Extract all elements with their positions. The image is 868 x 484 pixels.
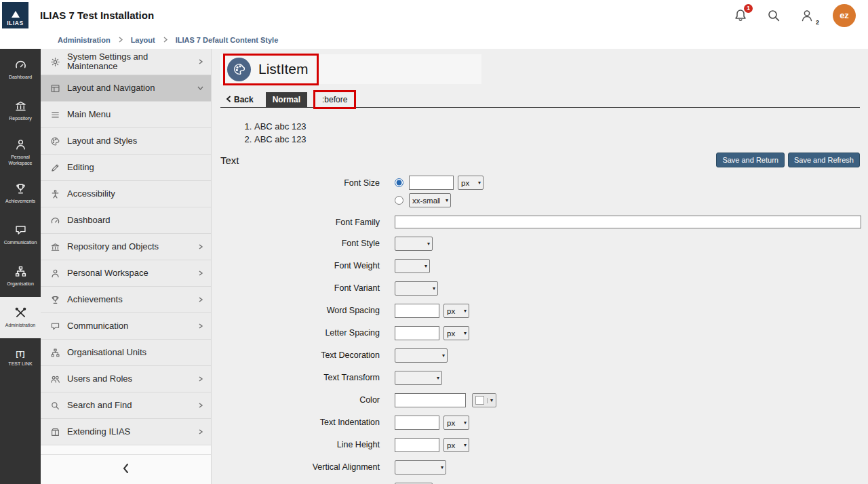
mainbar-item-test-link[interactable]: [T] TEST LINK bbox=[0, 338, 41, 380]
slate-label: Repository and Objects bbox=[67, 242, 191, 251]
font-size-preset-select[interactable]: xx-small bbox=[409, 193, 451, 207]
gauge-icon bbox=[50, 216, 60, 226]
collapse-slate-button[interactable] bbox=[41, 454, 211, 484]
slate-label: Editing bbox=[67, 163, 204, 172]
color-input[interactable] bbox=[395, 393, 466, 407]
font-weight-select[interactable] bbox=[395, 259, 430, 273]
color-picker-button[interactable]: ▾ bbox=[472, 393, 496, 407]
slate-item-users-roles[interactable]: Users and Roles bbox=[41, 366, 211, 392]
t-bracket-icon: [T] bbox=[16, 350, 25, 358]
mainbar-item-repository[interactable]: Repository bbox=[0, 90, 41, 132]
preview-item: ABC abc 123 bbox=[254, 121, 860, 132]
slate-item-achievements[interactable]: Achievements bbox=[41, 287, 211, 313]
back-link[interactable]: Back bbox=[226, 95, 254, 104]
slate-item-extending-ilias[interactable]: Extending ILIAS bbox=[41, 419, 211, 445]
save-and-return-button[interactable]: Save and Return bbox=[716, 153, 785, 167]
slate-item-search-find[interactable]: Search and Find bbox=[41, 392, 211, 419]
letter-spacing-input[interactable] bbox=[395, 326, 439, 340]
vertical-alignment-select[interactable] bbox=[395, 460, 446, 475]
tools-icon bbox=[14, 306, 27, 319]
font-size-input[interactable] bbox=[409, 176, 454, 190]
chevron-right-icon bbox=[197, 270, 204, 277]
person-icon bbox=[14, 138, 27, 151]
topbar-actions: 1 2 ez bbox=[733, 4, 868, 27]
slate-item-communication[interactable]: Communication bbox=[41, 313, 211, 340]
slate-item-dashboard[interactable]: Dashboard bbox=[41, 207, 211, 234]
font-size-custom-radio[interactable] bbox=[395, 178, 403, 187]
ilias-logo[interactable]: ILIAS bbox=[2, 2, 28, 28]
mainbar-item-personal-workspace[interactable]: Personal Workspace bbox=[0, 132, 41, 173]
online-users-button[interactable]: 2 bbox=[800, 8, 814, 23]
field-label: Word Spacing bbox=[220, 304, 380, 318]
field-label: Letter Spacing bbox=[220, 326, 380, 340]
pencil-icon bbox=[50, 163, 60, 173]
chevron-right-icon bbox=[197, 296, 204, 303]
text-transform-select[interactable] bbox=[395, 371, 442, 385]
letter-spacing-unit-select[interactable]: px bbox=[443, 326, 469, 340]
save-and-refresh-button[interactable]: Save and Refresh bbox=[788, 153, 860, 167]
slate-item-repository-objects[interactable]: Repository and Objects bbox=[41, 234, 211, 260]
palette-icon bbox=[50, 136, 60, 146]
slate-item-main-menu[interactable]: Main Menu bbox=[41, 102, 211, 128]
slate-label: Communication bbox=[67, 321, 191, 331]
line-height-input[interactable] bbox=[395, 438, 439, 452]
breadcrumb-link-administration[interactable]: Administration bbox=[58, 36, 111, 44]
tab-normal[interactable]: Normal bbox=[266, 92, 307, 107]
person-icon bbox=[50, 268, 60, 279]
slate-item-system-settings[interactable]: System Settings and Maintenance bbox=[41, 49, 211, 75]
content-header: ListItem bbox=[220, 54, 481, 84]
tab-before[interactable]: :before bbox=[315, 92, 354, 107]
mainbar-item-achievements[interactable]: Achievements bbox=[0, 173, 41, 214]
slate-item-layout-styles[interactable]: Layout and Styles bbox=[41, 128, 211, 155]
notifications-button[interactable]: 1 bbox=[733, 8, 748, 23]
breadcrumb-link-layout[interactable]: Layout bbox=[131, 36, 155, 44]
breadcrumb-link-content-style[interactable]: ILIAS 7 Default Content Style bbox=[176, 36, 279, 44]
installation-title: ILIAS 7 Test Installation bbox=[40, 9, 154, 21]
mainbar-item-communication[interactable]: Communication bbox=[0, 214, 41, 256]
text-transform-row: Text Transform bbox=[220, 371, 860, 385]
slate-label: Dashboard bbox=[67, 216, 204, 225]
mainbar-item-dashboard[interactable]: Dashboard bbox=[0, 49, 41, 90]
font-variant-select[interactable] bbox=[395, 281, 438, 296]
mainbar-label: Dashboard bbox=[7, 74, 33, 80]
slate-item-personal-workspace[interactable]: Personal Workspace bbox=[41, 260, 211, 287]
breadcrumb: Administration Layout ILIAS 7 Default Co… bbox=[0, 31, 868, 49]
section-title: Text bbox=[220, 155, 239, 166]
chevron-left-icon bbox=[121, 463, 130, 477]
user-avatar[interactable]: ez bbox=[833, 4, 856, 27]
font-style-select[interactable] bbox=[395, 237, 433, 251]
font-family-input[interactable] bbox=[395, 216, 861, 228]
mainbar-item-organisation[interactable]: Organisation bbox=[0, 256, 41, 297]
chevron-down-icon bbox=[197, 85, 204, 92]
speech-icon bbox=[50, 321, 60, 331]
slate-item-accessibility[interactable]: Accessibility bbox=[41, 181, 211, 207]
style-form: Font Size px xx-small bbox=[220, 176, 860, 484]
search-button[interactable] bbox=[766, 8, 781, 23]
mainbar: Dashboard Repository Personal Workspace … bbox=[0, 49, 41, 484]
slate-item-layout-navigation[interactable]: Layout and Navigation bbox=[41, 75, 211, 102]
text-indentation-input[interactable] bbox=[395, 416, 439, 430]
font-size-preset-radio[interactable] bbox=[395, 196, 403, 205]
word-spacing-input[interactable] bbox=[395, 304, 439, 318]
font-size-row: Font Size px xx-small bbox=[220, 176, 860, 207]
accessibility-icon bbox=[50, 189, 60, 199]
line-height-unit-select[interactable]: px bbox=[443, 438, 469, 452]
speech-icon bbox=[14, 224, 27, 237]
user-icon bbox=[800, 8, 814, 23]
form-actions: Save and Return Save and Refresh bbox=[716, 153, 860, 167]
chevron-right-icon bbox=[197, 428, 204, 435]
slate-item-organisational-units[interactable]: Organisational Units bbox=[41, 340, 211, 366]
word-spacing-unit-select[interactable]: px bbox=[443, 304, 469, 318]
mainbar-item-administration[interactable]: Administration bbox=[0, 297, 41, 338]
slate-menu: System Settings and Maintenance Layout a… bbox=[41, 49, 212, 484]
slate-label: Extending ILIAS bbox=[67, 427, 191, 437]
menu-icon bbox=[50, 110, 60, 120]
field-label: Text Transform bbox=[220, 371, 380, 385]
chevron-right-icon bbox=[197, 376, 204, 382]
style-preview-list: ABC abc 123 ABC abc 123 bbox=[220, 121, 860, 144]
text-decoration-select[interactable] bbox=[395, 348, 448, 363]
slate-item-editing[interactable]: Editing bbox=[41, 155, 211, 181]
font-size-unit-select[interactable]: px bbox=[458, 176, 484, 190]
field-label: Line Height bbox=[220, 438, 380, 452]
text-indentation-unit-select[interactable]: px bbox=[443, 416, 469, 430]
